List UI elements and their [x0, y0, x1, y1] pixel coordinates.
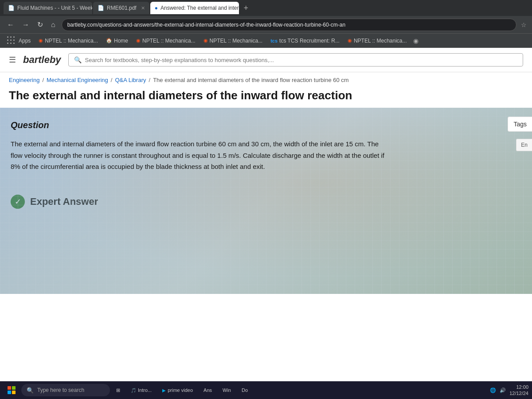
taskbar-search[interactable]: 🔍 Type here to search	[21, 384, 110, 396]
bookmarks-bar: Apps ◉ NPTEL :: Mechanica... 🏠 Home ◉ NP…	[0, 34, 532, 48]
bookmark-nptel2[interactable]: ◉ NPTEL :: Mechanica...	[133, 35, 199, 46]
main-content-area: Question The external and internal diame…	[0, 108, 532, 294]
breadcrumb-qa-library[interactable]: Q&A Library	[115, 77, 146, 83]
forward-button[interactable]: →	[20, 19, 31, 31]
address-bar: ← → ↻ ⌂ ☆	[0, 16, 532, 34]
taskbar-item-ans[interactable]: Ans	[199, 383, 216, 397]
home-button[interactable]: ⌂	[49, 19, 57, 31]
tray-network-icon[interactable]: 🌐	[490, 387, 496, 393]
bookmark-star-icon[interactable]: ☆	[521, 21, 527, 28]
taskbar-item-do[interactable]: Do	[237, 383, 252, 397]
apps-bookmark[interactable]: Apps	[4, 35, 34, 46]
new-tab-button[interactable]: +	[240, 2, 252, 14]
page-content: ☰ bartleby 🔍 Engineering / Mechanical En…	[0, 48, 532, 385]
address-input[interactable]	[62, 19, 516, 31]
taskbar-tray: 🌐 🔊 12:00 12/12/24	[490, 384, 528, 397]
breadcrumb-sep1: /	[42, 77, 44, 83]
breadcrumb-current: The external and internal diameters of t…	[153, 77, 349, 83]
tab-bar: 📄 Fluid Machines - - Unit 5 - Week ✕ 📄 R…	[0, 0, 532, 16]
question-label: Question	[11, 120, 521, 130]
search-input[interactable]	[85, 57, 517, 63]
refresh-button[interactable]: ↻	[35, 19, 45, 31]
taskbar-item-win[interactable]: Win	[218, 383, 235, 397]
tab-close-icon[interactable]: ✕	[141, 5, 145, 11]
search-icon: 🔍	[74, 56, 82, 63]
apps-grid-icon	[7, 36, 16, 45]
breadcrumb-mech-eng[interactable]: Mechanical Engineering	[47, 77, 108, 83]
taskbar-item-prime[interactable]: ▶ prime video	[158, 383, 197, 397]
windows-logo-icon	[8, 386, 16, 394]
taskbar: 🔍 Type here to search ⊞ 🎵 Intro... ▶ pri…	[0, 381, 532, 399]
breadcrumb-engineering[interactable]: Engineering	[9, 77, 39, 83]
breadcrumb-sep3: /	[149, 77, 151, 83]
question-text: The external and internal diameters of t…	[11, 138, 392, 172]
question-section: Question The external and internal diame…	[0, 108, 532, 181]
bookmark-nptel1[interactable]: ◉ NPTEL :: Mechanica...	[35, 35, 102, 46]
breadcrumb-sep2: /	[111, 77, 113, 83]
bookmark-home[interactable]: 🏠 Home	[102, 35, 132, 46]
menu-icon[interactable]: ☰	[9, 55, 16, 65]
breadcrumb: Engineering / Mechanical Engineering / Q…	[0, 72, 532, 85]
bookmark-nptel4[interactable]: ◉ NPTEL :: Mechanica...	[344, 35, 411, 46]
tab-rme601[interactable]: 📄 RME601.pdf ✕	[93, 2, 149, 14]
back-button[interactable]: ←	[5, 19, 16, 31]
tab-answered[interactable]: ● Answered: The external and inter ✕	[150, 2, 239, 14]
taskbar-item-intro[interactable]: 🎵 Intro...	[126, 383, 156, 397]
site-header: ☰ bartleby 🔍	[0, 48, 532, 72]
tab-fluid-machines[interactable]: 📄 Fluid Machines - - Unit 5 - Week ✕	[4, 2, 92, 14]
bookmark-tcs[interactable]: tcs tcs TCS Recruitment: R...	[267, 35, 343, 46]
bookmark-nptel3[interactable]: ◉ NPTEL :: Mechanica...	[200, 35, 266, 46]
page-title: The external and internal diameters of t…	[0, 85, 532, 108]
start-button[interactable]	[4, 383, 20, 397]
taskbar-items: ⊞ 🎵 Intro... ▶ prime video Ans Win Do	[112, 383, 488, 397]
taskbar-search-text: Type here to search	[37, 387, 84, 393]
browser-chrome: 📄 Fluid Machines - - Unit 5 - Week ✕ 📄 R…	[0, 0, 532, 48]
tray-speaker-icon[interactable]: 🔊	[500, 387, 506, 393]
site-logo[interactable]: bartleby	[23, 54, 61, 66]
more-bookmarks-icon[interactable]: ◉	[413, 37, 419, 44]
taskbar-item-task-view[interactable]: ⊞	[112, 383, 125, 397]
taskbar-search-icon: 🔍	[27, 387, 34, 394]
search-bar: 🔍	[68, 53, 523, 66]
system-clock: 12:00 12/12/24	[509, 384, 528, 397]
